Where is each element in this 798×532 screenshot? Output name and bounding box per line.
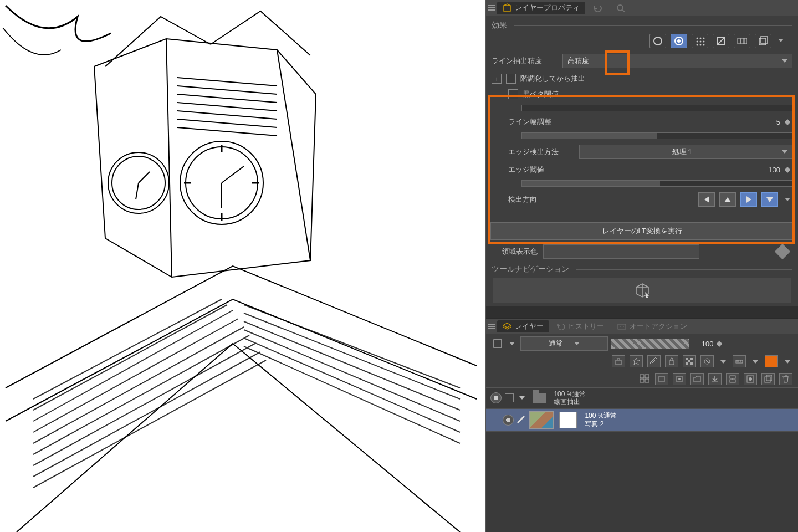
clip-mask-icon[interactable] bbox=[612, 355, 625, 367]
tab-extra-1[interactable] bbox=[587, 3, 608, 13]
visibility-toggle-icon[interactable] bbox=[503, 415, 514, 426]
delete-layer-icon[interactable] bbox=[779, 373, 792, 385]
opacity-slider[interactable] bbox=[611, 339, 689, 349]
svg-rect-39 bbox=[618, 324, 626, 329]
tab-autoaction[interactable]: オートアクション bbox=[612, 320, 693, 332]
opacity-spinner[interactable] bbox=[717, 341, 724, 347]
svg-rect-66 bbox=[766, 375, 772, 381]
area-display-color-well[interactable] bbox=[543, 244, 699, 259]
new-raster-layer-icon[interactable] bbox=[655, 373, 668, 385]
folder-collapse-icon[interactable] bbox=[519, 396, 525, 400]
posterize-checkbox[interactable] bbox=[506, 74, 516, 84]
chevron-down-icon bbox=[574, 342, 580, 345]
tool-navigation-button[interactable] bbox=[493, 278, 791, 303]
ruler-dropdown-icon[interactable] bbox=[750, 355, 760, 369]
palette-color-dropdown[interactable] bbox=[507, 337, 517, 350]
transfer-down-icon[interactable] bbox=[708, 373, 722, 385]
svg-rect-53 bbox=[640, 375, 644, 378]
opacity-value: 100 bbox=[692, 340, 713, 348]
enable-mask-icon[interactable] bbox=[700, 355, 714, 367]
layer-panel-menu-icon[interactable] bbox=[488, 324, 495, 329]
edit-indicator-icon bbox=[517, 416, 526, 424]
line-precision-label: ライン抽出精度 bbox=[492, 56, 558, 66]
search-icon bbox=[616, 4, 626, 12]
effect-expression-color-icon[interactable] bbox=[734, 34, 750, 48]
expand-posterize-button[interactable]: + bbox=[492, 74, 502, 84]
layers-icon bbox=[503, 323, 511, 330]
effect-section-label: 効果 bbox=[492, 21, 507, 30]
tab-extra-2[interactable] bbox=[611, 3, 632, 13]
effect-line-extract-icon[interactable] bbox=[671, 34, 687, 48]
effect-reference-icon[interactable] bbox=[755, 34, 771, 48]
layer-color-dropdown[interactable] bbox=[782, 355, 792, 369]
palette-color-icon[interactable] bbox=[492, 338, 504, 349]
layer-row-selected[interactable]: 100 %通常 写真 2 bbox=[486, 409, 798, 432]
tab-layer-property[interactable]: レイヤープロパティ bbox=[497, 2, 585, 14]
tool-nav-label: ツールナビゲーション bbox=[492, 264, 569, 274]
layer-opacity-text: 100 %通常 bbox=[585, 412, 617, 420]
svg-rect-65 bbox=[765, 377, 770, 382]
svg-rect-42 bbox=[669, 361, 674, 365]
effect-border-icon[interactable] bbox=[649, 34, 666, 48]
layer-select-checkbox[interactable] bbox=[505, 393, 514, 402]
blend-mode-dropdown[interactable]: 通常 bbox=[520, 336, 608, 351]
layer-property-icon bbox=[503, 3, 511, 12]
ruler-visible-icon[interactable] bbox=[733, 355, 746, 367]
apply-mask-icon[interactable] bbox=[761, 373, 775, 385]
check-all-icon[interactable] bbox=[638, 373, 651, 384]
svg-point-64 bbox=[749, 377, 752, 381]
tutorial-highlight-effect-button bbox=[605, 50, 630, 75]
svg-rect-45 bbox=[688, 360, 690, 362]
black-threshold-slider[interactable] bbox=[521, 105, 792, 111]
effect-tone-icon[interactable] bbox=[692, 34, 708, 48]
effect-layer-color-icon[interactable] bbox=[713, 34, 729, 48]
svg-point-26 bbox=[703, 38, 705, 39]
tab-layer[interactable]: レイヤー bbox=[497, 320, 549, 332]
lock-icon[interactable] bbox=[665, 355, 678, 367]
svg-rect-36 bbox=[744, 38, 747, 44]
create-mask-icon[interactable] bbox=[744, 373, 757, 385]
tab-autoaction-label: オートアクション bbox=[630, 321, 687, 331]
new-folder-icon[interactable] bbox=[690, 373, 704, 385]
merge-down-icon[interactable] bbox=[726, 373, 739, 385]
history-icon bbox=[557, 323, 565, 330]
svg-line-4 bbox=[222, 166, 244, 183]
diamond-icon[interactable] bbox=[775, 244, 790, 259]
layer-color-swatch-icon[interactable] bbox=[765, 355, 778, 367]
new-vector-layer-icon[interactable] bbox=[673, 373, 686, 385]
layer-folder-row[interactable]: 100 %通常 線画抽出 bbox=[486, 388, 798, 409]
autoaction-icon bbox=[617, 323, 626, 330]
svg-point-19 bbox=[617, 5, 623, 11]
blend-mode-value: 通常 bbox=[549, 339, 563, 349]
folder-icon bbox=[533, 393, 546, 403]
effect-dropdown-icon[interactable] bbox=[776, 34, 786, 47]
svg-point-27 bbox=[697, 41, 698, 43]
posterize-label: 階調化してから抽出 bbox=[520, 74, 585, 84]
line-width-slider[interactable] bbox=[521, 132, 792, 139]
visibility-toggle-icon[interactable] bbox=[490, 392, 502, 403]
chevron-down-icon bbox=[782, 59, 787, 63]
edge-threshold-slider[interactable] bbox=[521, 180, 792, 187]
svg-point-23 bbox=[677, 39, 681, 43]
svg-rect-55 bbox=[640, 379, 644, 382]
svg-rect-44 bbox=[690, 358, 693, 360]
reference-layer-icon[interactable] bbox=[630, 355, 643, 367]
draft-layer-icon[interactable] bbox=[647, 355, 661, 367]
canvas-viewport[interactable] bbox=[0, 0, 485, 532]
lock-transparent-icon[interactable] bbox=[683, 355, 696, 367]
svg-rect-57 bbox=[659, 376, 664, 382]
layer-actions-row-2 bbox=[486, 371, 798, 387]
svg-line-13 bbox=[177, 86, 277, 94]
svg-rect-35 bbox=[741, 38, 744, 44]
panel-menu-icon[interactable] bbox=[488, 5, 495, 11]
svg-rect-47 bbox=[690, 362, 693, 365]
svg-point-59 bbox=[678, 378, 681, 380]
svg-point-32 bbox=[703, 44, 705, 46]
layer-thumbnail bbox=[529, 411, 554, 429]
line-precision-dropdown[interactable]: 高精度 bbox=[562, 54, 792, 68]
svg-rect-38 bbox=[761, 37, 768, 43]
mask-dropdown-icon[interactable] bbox=[718, 355, 728, 369]
svg-rect-62 bbox=[730, 380, 735, 382]
svg-point-30 bbox=[697, 44, 698, 46]
tab-history[interactable]: ヒストリー bbox=[551, 320, 610, 332]
